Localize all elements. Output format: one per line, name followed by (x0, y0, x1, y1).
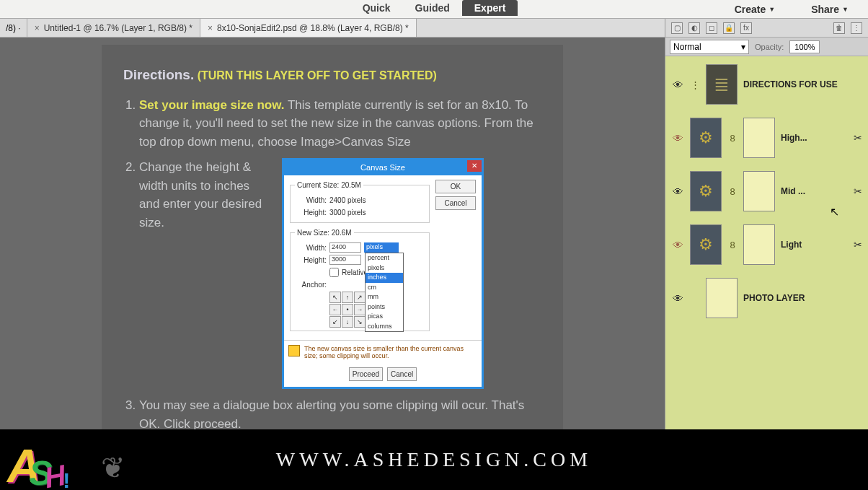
cancel-button[interactable]: Cancel (387, 367, 417, 381)
cancel-button[interactable]: Cancel (435, 196, 476, 210)
layer-thumbnail[interactable] (690, 171, 722, 211)
width-units-select[interactable]: pixels percent pixels inches cm mm (364, 242, 399, 253)
layer-thumbnail[interactable] (706, 64, 738, 105)
share-label: Share (811, 4, 839, 15)
fx-icon[interactable]: fx (740, 22, 752, 34)
step-2-text: Change the height & width units to inche… (139, 158, 269, 232)
unit-opt-columns[interactable]: columns (366, 322, 403, 332)
unit-opt-pixels[interactable]: pixels (366, 263, 403, 274)
link-icon[interactable]: 8 (727, 186, 738, 197)
width-input[interactable]: 2400 (329, 242, 361, 253)
blend-mode-select[interactable]: Normal▾ (670, 40, 749, 54)
link-icon[interactable]: 8 (727, 133, 738, 144)
unit-opt-points[interactable]: points (366, 302, 403, 312)
lock-icon[interactable]: 🔒 (723, 22, 735, 34)
canvas-area[interactable]: Directions. (TURN THIS LAYER OFF TO GET … (0, 38, 665, 429)
alert-text: The new canvas size is smaller than the … (304, 345, 477, 361)
layer-row[interactable]: 👁 PHOTO LAYER (668, 276, 865, 320)
visibility-toggle[interactable]: 👁 (671, 79, 684, 91)
warning-icon (288, 345, 300, 356)
width-label: Width: (295, 195, 327, 206)
unit-opt-mm[interactable]: mm (366, 292, 403, 302)
layer-thumbnail[interactable] (706, 278, 738, 318)
layer-name[interactable]: Mid ... (781, 186, 848, 196)
directions-label: Directions. (123, 67, 194, 82)
chevron-down-icon: ▼ (842, 6, 849, 13)
opacity-input[interactable]: 100% (789, 40, 820, 53)
mask-thumbnail[interactable] (743, 118, 775, 158)
mode-expert[interactable]: Expert (462, 0, 518, 16)
create-menu[interactable]: Create▼ (722, 1, 788, 17)
link-icon[interactable]: 8 (727, 240, 738, 250)
document-tab-2[interactable]: × 8x10-SonjaEdit2.psd @ 18.8% (Layer 4, … (200, 19, 417, 37)
step-1: Set your image size now. This template c… (139, 96, 541, 152)
layer-row[interactable]: 👁 8 Light ✂ (668, 222, 865, 267)
height-input[interactable]: 3000 (329, 255, 361, 265)
layer-row[interactable]: 👁 8 High... ✂ (668, 115, 865, 160)
adjustment-icon[interactable]: ◐ (688, 22, 700, 34)
proceed-button[interactable]: Proceed (349, 367, 383, 381)
close-icon[interactable]: × (35, 23, 40, 33)
mode-quick[interactable]: Quick (350, 0, 403, 16)
trash-icon[interactable]: 🗑 (833, 22, 845, 34)
layer-name[interactable]: PHOTO LAYER (743, 293, 862, 303)
step-1-emph: Set your image size now. (139, 98, 285, 112)
unit-opt-percent[interactable]: percent (366, 253, 403, 263)
layer-row[interactable]: 👁 ⋮ DIRECTIONS FOR USE (668, 62, 865, 107)
scissors-icon[interactable]: ✂ (854, 239, 862, 250)
alert-row: The new canvas size is smaller than the … (284, 340, 482, 365)
visibility-toggle[interactable]: 👁 (671, 185, 684, 198)
scissors-icon[interactable]: ✂ (854, 132, 862, 144)
footer-url: WWW.ASHEDESIGN.COM (276, 448, 592, 471)
layers-panel: ▢ ◐ ◻ 🔒 fx 🗑 ⋮ Normal▾ Opacity: 100% 👁 ⋮… (665, 19, 868, 429)
units-dropdown[interactable]: percent pixels inches cm mm points picas (365, 253, 404, 332)
mask-thumbnail[interactable] (743, 224, 775, 265)
link-icon[interactable]: ⋮ (690, 79, 700, 90)
footer-banner: ASH! ❦ WWW.ASHEDESIGN.COM (0, 429, 868, 490)
layer-options-bar: Normal▾ Opacity: 100% (665, 38, 868, 56)
visibility-toggle[interactable]: 👁 (671, 132, 684, 144)
new-size-group: New Size: 20.6M Width:2400 pixels percen… (290, 227, 430, 331)
layer-name[interactable]: Light (781, 240, 848, 250)
step-2: Change the height & width units to inche… (139, 158, 541, 389)
create-label: Create (735, 4, 766, 15)
height-label: Height: (295, 255, 327, 266)
current-size-legend: Current Size: 20.5M (295, 180, 363, 191)
current-height-value: 3000 pixels (329, 207, 366, 218)
close-icon[interactable]: ✕ (467, 160, 482, 172)
unit-opt-picas[interactable]: picas (366, 312, 403, 322)
blend-mode-value: Normal (673, 42, 701, 52)
unit-opt-inches[interactable]: inches (366, 273, 403, 283)
visibility-toggle[interactable]: 👁 (671, 292, 684, 305)
height-label: Height: (295, 207, 327, 218)
mask-icon[interactable]: ◻ (706, 22, 717, 34)
layers-list: 👁 ⋮ DIRECTIONS FOR USE 👁 8 High... ✂ 👁 8… (665, 56, 868, 429)
unit-opt-cm[interactable]: cm (366, 283, 403, 293)
layer-name[interactable]: DIRECTIONS FOR USE (743, 79, 862, 89)
scissors-icon[interactable]: ✂ (854, 185, 862, 197)
mode-bar: Quick Guided Expert Create▼ Share▼ (0, 0, 868, 19)
directions-highlight: (TURN THIS LAYER OFF TO GET STARTED) (198, 69, 437, 82)
mask-thumbnail[interactable] (743, 171, 775, 211)
new-layer-icon[interactable]: ▢ (671, 22, 683, 34)
relative-checkbox[interactable] (329, 268, 339, 277)
layer-thumbnail[interactable] (690, 224, 722, 265)
width-label: Width: (295, 242, 327, 253)
document-tab-1[interactable]: × Untitled-1 @ 16.7% (Layer 1, RGB/8) * (27, 19, 200, 37)
visibility-toggle[interactable]: 👁 (671, 239, 684, 251)
share-menu[interactable]: Share▼ (799, 1, 861, 17)
step-3: You may see a dialogue box alerting you … (139, 396, 541, 433)
layer-thumbnail[interactable] (690, 118, 722, 158)
ok-button[interactable]: OK (435, 180, 476, 193)
close-icon[interactable]: × (208, 23, 213, 33)
anchor-label: Anchor: (295, 279, 327, 290)
tab-overflow-indicator[interactable]: /8) · (0, 19, 27, 37)
tab-label: 8x10-SonjaEdit2.psd @ 18.8% (Layer 4, RG… (217, 23, 409, 33)
canvas-size-dialog: Canvas Size✕ Current Size: 20.5M Width:2… (282, 158, 484, 389)
new-size-legend: New Size: 20.6M (295, 227, 354, 238)
relative-label: Relative (342, 267, 368, 278)
layer-name[interactable]: High... (781, 133, 848, 143)
menu-icon[interactable]: ⋮ (851, 22, 862, 34)
mode-guided[interactable]: Guided (403, 0, 462, 16)
current-size-group: Current Size: 20.5M Width:2400 pixels He… (290, 180, 430, 223)
